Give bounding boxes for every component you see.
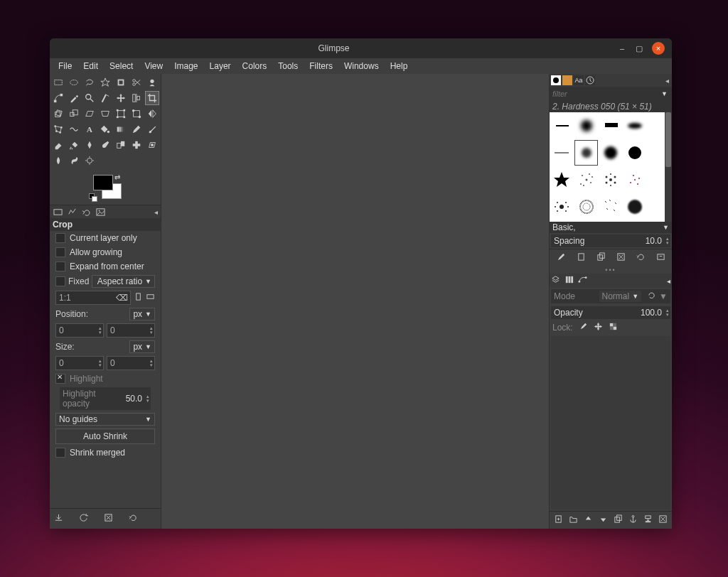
tool-blur[interactable] <box>51 153 65 168</box>
duplicate-brush-icon[interactable] <box>596 252 606 264</box>
menu-image[interactable]: Image <box>168 60 203 72</box>
brush-grid[interactable] <box>550 112 672 222</box>
tool-crop[interactable] <box>145 91 159 105</box>
clear-icon[interactable]: ⌫ <box>114 293 130 303</box>
foreground-swatch[interactable] <box>93 175 113 190</box>
highlight-checkbox[interactable] <box>55 374 65 384</box>
device-status-tab-icon[interactable] <box>67 207 77 217</box>
collapse-icon[interactable]: ◂ <box>665 77 669 85</box>
tool-eraser[interactable] <box>51 138 65 152</box>
brush-item[interactable] <box>599 193 623 220</box>
undo-history-tab-icon[interactable] <box>81 207 91 217</box>
size-unit-dropdown[interactable]: px ▼ <box>129 340 155 353</box>
tool-unified-transform[interactable] <box>114 107 128 121</box>
brush-item[interactable] <box>599 139 623 166</box>
size-w-input[interactable]: 0▴▾ <box>55 356 104 370</box>
menu-layer[interactable]: Layer <box>204 60 237 72</box>
paths-tab-icon[interactable] <box>578 275 587 286</box>
tool-zoom[interactable] <box>82 91 97 105</box>
brush-item[interactable] <box>599 166 623 193</box>
menu-help[interactable]: Help <box>385 60 414 72</box>
lock-position-icon[interactable] <box>594 322 603 333</box>
layers-tab-icon[interactable] <box>551 275 560 286</box>
new-group-icon[interactable] <box>569 514 578 526</box>
new-brush-icon[interactable] <box>577 252 586 264</box>
collapse-icon[interactable]: ◂ <box>154 208 158 216</box>
tool-by-color-select[interactable] <box>114 75 128 90</box>
open-as-image-icon[interactable] <box>656 252 665 264</box>
brush-item[interactable] <box>574 166 598 193</box>
maximize-button[interactable]: ▢ <box>635 44 643 53</box>
edit-brush-icon[interactable] <box>557 252 566 264</box>
tool-warp[interactable] <box>67 122 81 136</box>
patterns-tab-icon[interactable] <box>562 75 572 85</box>
brush-filter-input[interactable] <box>550 87 657 101</box>
brush-item[interactable] <box>623 139 647 166</box>
tool-paintbrush[interactable] <box>145 122 159 136</box>
delete-brush-icon[interactable] <box>616 252 626 264</box>
ratio-input[interactable]: 1:1 ⌫ <box>55 291 131 305</box>
tool-options-tab-icon[interactable] <box>53 207 63 217</box>
duplicate-layer-icon[interactable] <box>614 514 623 526</box>
tool-foreground-select[interactable] <box>145 75 159 90</box>
tool-align[interactable] <box>129 91 144 105</box>
chevron-down-icon[interactable]: ▼ <box>657 90 672 97</box>
new-layer-icon[interactable] <box>554 514 563 526</box>
tool-measure[interactable] <box>98 91 112 105</box>
tool-mypaint-brush[interactable] <box>98 138 112 152</box>
spacing-row[interactable]: Spacing 10.0 ▴▾ <box>551 234 670 247</box>
menu-colors[interactable]: Colors <box>237 60 273 72</box>
menu-file[interactable]: File <box>53 60 77 72</box>
orientation-landscape-icon[interactable] <box>146 292 155 303</box>
brush-item[interactable] <box>574 193 598 220</box>
images-tab-icon[interactable] <box>95 207 105 217</box>
minimize-button[interactable]: – <box>618 44 626 53</box>
opacity-row[interactable]: Opacity 100.0 ▴▾ <box>551 306 670 319</box>
collapse-icon[interactable]: ◂ <box>667 277 670 285</box>
brush-item-selected[interactable] <box>574 139 598 166</box>
tool-gradient[interactable] <box>114 122 128 136</box>
brush-item[interactable] <box>550 193 574 220</box>
tool-text[interactable]: A <box>82 122 97 136</box>
document-history-tab-icon[interactable] <box>585 75 595 85</box>
tool-dodge[interactable] <box>82 153 97 168</box>
tool-flip[interactable] <box>145 107 159 121</box>
layers-list[interactable] <box>551 336 670 509</box>
color-picker[interactable]: ⇄ <box>89 173 122 200</box>
lock-alpha-icon[interactable] <box>609 322 618 333</box>
mode-dropdown[interactable]: Normal ▼ <box>599 291 642 302</box>
brush-item[interactable] <box>623 166 647 193</box>
brushes-tab-icon[interactable] <box>551 75 561 85</box>
brush-item[interactable] <box>550 166 574 193</box>
menu-view[interactable]: View <box>139 60 168 72</box>
merge-down-icon[interactable] <box>643 514 653 526</box>
chevron-down-icon[interactable]: ▼ <box>659 291 668 301</box>
position-y-input[interactable]: 0▴▾ <box>107 323 155 338</box>
drag-handle-icon[interactable]: ••• <box>550 266 672 274</box>
fixed-mode-dropdown[interactable]: Aspect ratio ▼ <box>92 275 155 288</box>
tool-perspective-clone[interactable] <box>145 138 159 152</box>
orientation-portrait-icon[interactable] <box>134 292 143 303</box>
shrink-merged-checkbox[interactable] <box>55 448 65 458</box>
raise-layer-icon[interactable] <box>584 514 593 526</box>
menu-filters[interactable]: Filters <box>304 60 338 72</box>
tool-clone[interactable] <box>114 138 128 152</box>
canvas-area[interactable] <box>161 74 549 529</box>
swap-colors-icon[interactable]: ⇄ <box>114 173 120 181</box>
brush-item[interactable] <box>550 139 574 166</box>
anchor-layer-icon[interactable] <box>628 514 638 526</box>
restore-options-icon[interactable] <box>79 513 88 524</box>
default-colors-icon[interactable] <box>89 193 96 200</box>
tool-perspective[interactable] <box>98 107 112 121</box>
delete-options-icon[interactable] <box>104 513 113 524</box>
size-h-input[interactable]: 0▴▾ <box>107 356 155 370</box>
menu-edit[interactable]: Edit <box>77 60 104 72</box>
tool-smudge[interactable] <box>67 153 81 168</box>
lower-layer-icon[interactable] <box>599 514 608 526</box>
tool-color-picker[interactable] <box>67 91 81 105</box>
mode-reset-icon[interactable] <box>647 291 656 302</box>
allow-growing-checkbox[interactable] <box>55 247 65 257</box>
tool-fuzzy-select[interactable] <box>98 75 112 90</box>
tool-cage[interactable] <box>51 122 65 136</box>
delete-layer-icon[interactable] <box>658 514 668 526</box>
